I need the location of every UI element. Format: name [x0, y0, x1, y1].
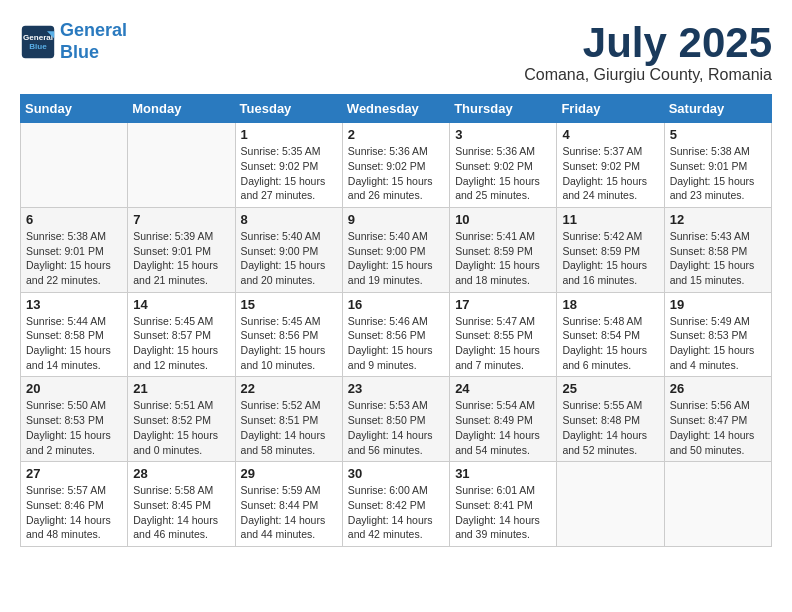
cell-info: Sunrise: 5:38 AMSunset: 9:01 PMDaylight:…: [26, 229, 122, 288]
day-number: 11: [562, 212, 658, 227]
cell-info: Sunrise: 5:54 AMSunset: 8:49 PMDaylight:…: [455, 398, 551, 457]
weekday-header-monday: Monday: [128, 95, 235, 123]
day-number: 9: [348, 212, 444, 227]
day-number: 29: [241, 466, 337, 481]
cell-info: Sunrise: 5:36 AMSunset: 9:02 PMDaylight:…: [348, 144, 444, 203]
calendar-cell: 28Sunrise: 5:58 AMSunset: 8:45 PMDayligh…: [128, 462, 235, 547]
weekday-header-sunday: Sunday: [21, 95, 128, 123]
cell-info: Sunrise: 6:00 AMSunset: 8:42 PMDaylight:…: [348, 483, 444, 542]
calendar-cell: 18Sunrise: 5:48 AMSunset: 8:54 PMDayligh…: [557, 292, 664, 377]
day-number: 12: [670, 212, 766, 227]
calendar-cell: 27Sunrise: 5:57 AMSunset: 8:46 PMDayligh…: [21, 462, 128, 547]
calendar-body: 1Sunrise: 5:35 AMSunset: 9:02 PMDaylight…: [21, 123, 772, 547]
calendar-week-3: 13Sunrise: 5:44 AMSunset: 8:58 PMDayligh…: [21, 292, 772, 377]
calendar-cell: 17Sunrise: 5:47 AMSunset: 8:55 PMDayligh…: [450, 292, 557, 377]
calendar-cell: 2Sunrise: 5:36 AMSunset: 9:02 PMDaylight…: [342, 123, 449, 208]
day-number: 15: [241, 297, 337, 312]
location-title: Comana, Giurgiu County, Romania: [524, 66, 772, 84]
day-number: 1: [241, 127, 337, 142]
cell-info: Sunrise: 5:53 AMSunset: 8:50 PMDaylight:…: [348, 398, 444, 457]
day-number: 5: [670, 127, 766, 142]
calendar-cell: 19Sunrise: 5:49 AMSunset: 8:53 PMDayligh…: [664, 292, 771, 377]
cell-info: Sunrise: 5:59 AMSunset: 8:44 PMDaylight:…: [241, 483, 337, 542]
calendar-header: SundayMondayTuesdayWednesdayThursdayFrid…: [21, 95, 772, 123]
calendar-cell: 25Sunrise: 5:55 AMSunset: 8:48 PMDayligh…: [557, 377, 664, 462]
day-number: 22: [241, 381, 337, 396]
day-number: 3: [455, 127, 551, 142]
cell-info: Sunrise: 5:47 AMSunset: 8:55 PMDaylight:…: [455, 314, 551, 373]
calendar-cell: [21, 123, 128, 208]
cell-info: Sunrise: 5:50 AMSunset: 8:53 PMDaylight:…: [26, 398, 122, 457]
day-number: 14: [133, 297, 229, 312]
day-number: 23: [348, 381, 444, 396]
calendar-cell: 8Sunrise: 5:40 AMSunset: 9:00 PMDaylight…: [235, 207, 342, 292]
day-number: 7: [133, 212, 229, 227]
calendar-cell: 21Sunrise: 5:51 AMSunset: 8:52 PMDayligh…: [128, 377, 235, 462]
month-title: July 2025: [524, 20, 772, 66]
calendar-cell: 23Sunrise: 5:53 AMSunset: 8:50 PMDayligh…: [342, 377, 449, 462]
day-number: 20: [26, 381, 122, 396]
day-number: 21: [133, 381, 229, 396]
calendar-cell: 13Sunrise: 5:44 AMSunset: 8:58 PMDayligh…: [21, 292, 128, 377]
calendar-cell: 4Sunrise: 5:37 AMSunset: 9:02 PMDaylight…: [557, 123, 664, 208]
day-number: 19: [670, 297, 766, 312]
cell-info: Sunrise: 5:43 AMSunset: 8:58 PMDaylight:…: [670, 229, 766, 288]
calendar-cell: 5Sunrise: 5:38 AMSunset: 9:01 PMDaylight…: [664, 123, 771, 208]
day-number: 28: [133, 466, 229, 481]
logo: General Blue GeneralBlue: [20, 20, 127, 63]
cell-info: Sunrise: 5:45 AMSunset: 8:57 PMDaylight:…: [133, 314, 229, 373]
calendar-cell: 14Sunrise: 5:45 AMSunset: 8:57 PMDayligh…: [128, 292, 235, 377]
day-number: 24: [455, 381, 551, 396]
calendar-cell: [664, 462, 771, 547]
title-block: July 2025 Comana, Giurgiu County, Romani…: [524, 20, 772, 84]
calendar-cell: 24Sunrise: 5:54 AMSunset: 8:49 PMDayligh…: [450, 377, 557, 462]
day-number: 10: [455, 212, 551, 227]
calendar-cell: 16Sunrise: 5:46 AMSunset: 8:56 PMDayligh…: [342, 292, 449, 377]
calendar-cell: 12Sunrise: 5:43 AMSunset: 8:58 PMDayligh…: [664, 207, 771, 292]
day-number: 16: [348, 297, 444, 312]
cell-info: Sunrise: 5:41 AMSunset: 8:59 PMDaylight:…: [455, 229, 551, 288]
day-number: 8: [241, 212, 337, 227]
cell-info: Sunrise: 5:48 AMSunset: 8:54 PMDaylight:…: [562, 314, 658, 373]
calendar-cell: 15Sunrise: 5:45 AMSunset: 8:56 PMDayligh…: [235, 292, 342, 377]
cell-info: Sunrise: 5:38 AMSunset: 9:01 PMDaylight:…: [670, 144, 766, 203]
logo-icon: General Blue: [20, 24, 56, 60]
day-number: 31: [455, 466, 551, 481]
cell-info: Sunrise: 5:49 AMSunset: 8:53 PMDaylight:…: [670, 314, 766, 373]
cell-info: Sunrise: 5:56 AMSunset: 8:47 PMDaylight:…: [670, 398, 766, 457]
cell-info: Sunrise: 5:57 AMSunset: 8:46 PMDaylight:…: [26, 483, 122, 542]
cell-info: Sunrise: 5:46 AMSunset: 8:56 PMDaylight:…: [348, 314, 444, 373]
svg-text:General: General: [23, 33, 53, 42]
cell-info: Sunrise: 6:01 AMSunset: 8:41 PMDaylight:…: [455, 483, 551, 542]
day-number: 30: [348, 466, 444, 481]
calendar-cell: 29Sunrise: 5:59 AMSunset: 8:44 PMDayligh…: [235, 462, 342, 547]
calendar-cell: 3Sunrise: 5:36 AMSunset: 9:02 PMDaylight…: [450, 123, 557, 208]
calendar-cell: 26Sunrise: 5:56 AMSunset: 8:47 PMDayligh…: [664, 377, 771, 462]
day-number: 26: [670, 381, 766, 396]
cell-info: Sunrise: 5:52 AMSunset: 8:51 PMDaylight:…: [241, 398, 337, 457]
cell-info: Sunrise: 5:42 AMSunset: 8:59 PMDaylight:…: [562, 229, 658, 288]
cell-info: Sunrise: 5:35 AMSunset: 9:02 PMDaylight:…: [241, 144, 337, 203]
calendar-cell: 1Sunrise: 5:35 AMSunset: 9:02 PMDaylight…: [235, 123, 342, 208]
calendar-cell: 20Sunrise: 5:50 AMSunset: 8:53 PMDayligh…: [21, 377, 128, 462]
page-header: General Blue GeneralBlue July 2025 Coman…: [20, 20, 772, 84]
weekday-header-friday: Friday: [557, 95, 664, 123]
cell-info: Sunrise: 5:44 AMSunset: 8:58 PMDaylight:…: [26, 314, 122, 373]
calendar-cell: 6Sunrise: 5:38 AMSunset: 9:01 PMDaylight…: [21, 207, 128, 292]
calendar-cell: 11Sunrise: 5:42 AMSunset: 8:59 PMDayligh…: [557, 207, 664, 292]
cell-info: Sunrise: 5:36 AMSunset: 9:02 PMDaylight:…: [455, 144, 551, 203]
cell-info: Sunrise: 5:40 AMSunset: 9:00 PMDaylight:…: [241, 229, 337, 288]
calendar-week-4: 20Sunrise: 5:50 AMSunset: 8:53 PMDayligh…: [21, 377, 772, 462]
calendar-cell: 10Sunrise: 5:41 AMSunset: 8:59 PMDayligh…: [450, 207, 557, 292]
day-number: 6: [26, 212, 122, 227]
cell-info: Sunrise: 5:37 AMSunset: 9:02 PMDaylight:…: [562, 144, 658, 203]
cell-info: Sunrise: 5:40 AMSunset: 9:00 PMDaylight:…: [348, 229, 444, 288]
day-number: 13: [26, 297, 122, 312]
calendar-cell: [557, 462, 664, 547]
calendar-cell: 31Sunrise: 6:01 AMSunset: 8:41 PMDayligh…: [450, 462, 557, 547]
svg-text:Blue: Blue: [29, 42, 47, 51]
day-number: 2: [348, 127, 444, 142]
calendar-week-2: 6Sunrise: 5:38 AMSunset: 9:01 PMDaylight…: [21, 207, 772, 292]
calendar-cell: [128, 123, 235, 208]
calendar-cell: 30Sunrise: 6:00 AMSunset: 8:42 PMDayligh…: [342, 462, 449, 547]
